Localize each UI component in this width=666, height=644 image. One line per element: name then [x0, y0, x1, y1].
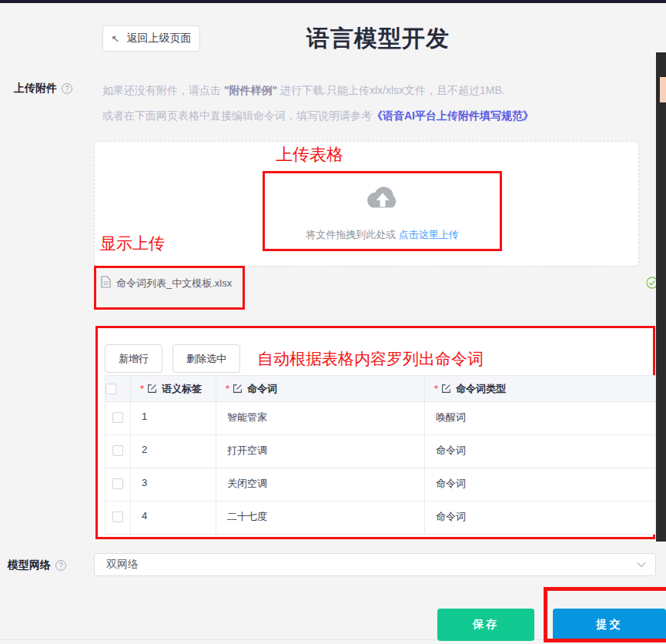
cell-command-word[interactable]: 智能管家 — [216, 402, 425, 435]
model-network-select[interactable]: 双网络 — [94, 553, 656, 576]
annotation-upload-table: 上传表格 — [276, 143, 343, 166]
annotation-rect-submit — [544, 587, 666, 642]
upload-attachment-label: 上传附件 ? — [14, 82, 72, 96]
document-icon — [101, 276, 111, 291]
header-command-word: *命令词 — [216, 376, 425, 402]
hint-line-2: 或者在下面网页表格中直接编辑命令词，填写说明请参考《语音AI平台上传附件填写规范… — [102, 103, 534, 129]
top-accent-bar — [0, 0, 666, 3]
cell-command-type[interactable]: 命令词 — [425, 435, 656, 468]
row-checkbox[interactable] — [112, 412, 123, 423]
annotation-rect-upload: 将文件拖拽到此处或 点击这里上传 — [263, 171, 502, 251]
model-network-label: 模型网络 ? — [8, 558, 66, 572]
uploaded-file-item[interactable]: 命令词列表_中文模板.xlsx — [101, 276, 232, 291]
hint2-prefix: 或者在下面网页表格中直接编辑命令词，填写说明请参考 — [102, 109, 372, 122]
header-label: 命令词 — [247, 382, 277, 396]
hint-line-1: 如果还没有附件，请点击 "附件样例" 进行下载.只能上传xlx/xlsx文件，且… — [102, 78, 534, 103]
model-network-label-text: 模型网络 — [8, 558, 51, 572]
cell-command-type[interactable]: 命令词 — [425, 501, 656, 535]
table-row: 4 二十七度 命令词 — [105, 501, 656, 535]
row-checkbox[interactable] — [112, 512, 123, 522]
upload-hints: 如果还没有附件，请点击 "附件样例" 进行下载.只能上传xlx/xlsx文件，且… — [102, 78, 534, 129]
header-command-type: *命令词类型 — [425, 376, 656, 402]
row-select-cell — [105, 501, 131, 535]
back-arrow-icon: ↖ — [112, 33, 120, 45]
delete-selected-button[interactable]: 删除选中 — [172, 344, 240, 373]
help-mark: ? — [59, 562, 63, 570]
save-button[interactable]: 保存 — [437, 609, 534, 641]
drop-hint-text: 将文件拖拽到此处或 — [306, 229, 396, 240]
row-checkbox[interactable] — [112, 478, 123, 489]
table-toolbar: 新增行 删除选中 自动根据表格内容罗列出命令词 — [105, 344, 484, 373]
upload-dropzone[interactable]: 将文件拖拽到此处或 点击这里上传 — [265, 173, 500, 249]
chevron-down-icon — [637, 562, 646, 568]
cell-command-word[interactable]: 二十七度 — [216, 501, 425, 535]
hint1-prefix: 如果还没有附件，请点击 — [102, 84, 224, 96]
click-to-upload-link[interactable]: 点击这里上传 — [399, 229, 459, 240]
back-button[interactable]: ↖ 返回上级页面 — [102, 25, 200, 52]
table-row: 3 关闭空调 命令词 — [105, 468, 656, 501]
help-icon[interactable]: ? — [55, 560, 66, 571]
cell-command-word[interactable]: 关闭空调 — [216, 468, 425, 501]
row-select-cell — [105, 435, 131, 468]
select-all-checkbox[interactable] — [105, 384, 116, 394]
table-row: 1 智能管家 唤醒词 — [105, 402, 656, 435]
uploaded-file-name: 命令词列表_中文模板.xlsx — [116, 277, 232, 290]
required-mark: * — [140, 383, 144, 394]
required-mark: * — [434, 383, 438, 394]
cell-semantic-tag[interactable]: 3 — [131, 468, 216, 501]
cell-command-word[interactable]: 打开空调 — [216, 435, 425, 468]
header-label: 命令词类型 — [456, 382, 506, 396]
hint1-suffix: 进行下载.只能上传xlx/xlsx文件，且不超过1MB. — [277, 84, 505, 96]
cell-semantic-tag[interactable]: 4 — [131, 501, 216, 535]
row-checkbox[interactable] — [112, 445, 123, 456]
select-all-cell — [105, 376, 131, 402]
right-edge-panel — [656, 52, 666, 542]
edit-icon — [147, 384, 157, 394]
header-semantic-tag: *语义标签 — [131, 376, 216, 402]
table-row: 2 打开空调 命令词 — [105, 435, 656, 468]
table-header-row: *语义标签 *命令词 *命令词类型 — [105, 376, 656, 402]
cell-command-type[interactable]: 命令词 — [425, 468, 656, 501]
upload-attachment-label-text: 上传附件 — [14, 82, 57, 96]
spec-doc-link[interactable]: 《语音AI平台上传附件填写规范》 — [372, 109, 534, 122]
drop-hint: 将文件拖拽到此处或 点击这里上传 — [306, 228, 459, 242]
command-words-table: *语义标签 *命令词 *命令词类型 1 智能管家 唤醒词 2 打开空调 — [105, 375, 656, 535]
help-icon[interactable]: ? — [62, 83, 72, 94]
annotation-auto-list: 自动根据表格内容罗列出命令词 — [257, 348, 484, 370]
back-button-label: 返回上级页面 — [126, 32, 191, 45]
page-title: 语言模型开发 — [306, 23, 450, 55]
row-select-cell — [105, 468, 131, 501]
cell-semantic-tag[interactable]: 1 — [131, 402, 216, 435]
edit-icon — [233, 384, 243, 394]
add-row-button[interactable]: 新增行 — [105, 344, 162, 373]
help-mark: ? — [65, 85, 69, 93]
model-network-value: 双网络 — [95, 558, 637, 572]
hint1-sample-link[interactable]: "附件样例" — [224, 84, 277, 96]
required-mark: * — [226, 383, 229, 394]
edit-icon — [441, 384, 451, 394]
cell-command-type[interactable]: 唤醒词 — [425, 402, 656, 435]
cell-semantic-tag[interactable]: 2 — [131, 435, 216, 468]
row-select-cell — [105, 402, 131, 435]
right-edge-swatch — [660, 77, 666, 102]
annotation-show-upload: 显示上传 — [100, 233, 165, 254]
upload-cloud-icon — [363, 183, 402, 216]
annotation-rect-table: 新增行 删除选中 自动根据表格内容罗列出命令词 *语义标签 *命令词 *命令词类… — [95, 326, 655, 539]
header-label: 语义标签 — [162, 382, 202, 396]
